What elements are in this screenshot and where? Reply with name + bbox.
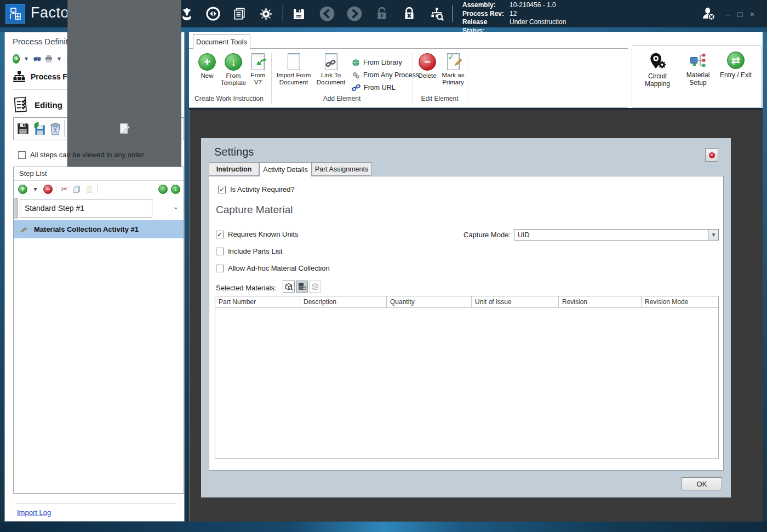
add-step-dropdown-icon[interactable]: ▾ bbox=[31, 185, 40, 194]
material-setup-icon bbox=[689, 52, 707, 69]
allow-adhoc-checkbox[interactable] bbox=[216, 265, 224, 272]
globe-icon bbox=[352, 59, 360, 67]
document-icon bbox=[288, 53, 300, 70]
from-library-button[interactable]: From Library bbox=[352, 56, 402, 68]
search-materials-button[interactable] bbox=[283, 281, 295, 293]
requires-known-units-checkbox[interactable] bbox=[216, 231, 224, 238]
cut-icon[interactable]: ✂ bbox=[60, 185, 69, 194]
column-header[interactable]: Unit of Issue bbox=[472, 296, 559, 307]
import-from-document-button[interactable]: Import From Document bbox=[275, 53, 312, 86]
add-step-icon[interactable]: + bbox=[18, 185, 27, 194]
divider bbox=[56, 185, 56, 193]
minimize-button[interactable]: – bbox=[722, 8, 734, 20]
material-setup-button[interactable]: Material Setup bbox=[682, 52, 714, 87]
process-search-button[interactable] bbox=[425, 2, 448, 25]
move-up-icon[interactable]: ↑ bbox=[158, 185, 168, 194]
group-label: Add Element bbox=[271, 95, 413, 102]
delete-element-button[interactable]: − Delete bbox=[415, 53, 440, 79]
dialog-close-button[interactable]: ✕ bbox=[705, 148, 718, 162]
entry-exit-icon: ⇄ bbox=[727, 52, 745, 69]
add-materials-from-database-button[interactable] bbox=[296, 281, 308, 293]
print-dropdown-icon[interactable]: ▾ bbox=[56, 54, 63, 64]
ok-button[interactable]: OK bbox=[682, 477, 722, 490]
chevron-down-icon[interactable]: ▼ bbox=[708, 230, 718, 240]
entry-exit-button[interactable]: ⇄ Entry / Exit bbox=[716, 52, 756, 79]
move-down-icon[interactable]: ↓ bbox=[171, 185, 180, 194]
reports-button[interactable] bbox=[228, 2, 251, 25]
settings-gear-button[interactable] bbox=[254, 2, 277, 25]
close-icon: ✕ bbox=[708, 151, 716, 159]
step-row[interactable]: Standard Step #1 › bbox=[14, 198, 184, 219]
drag-handle[interactable] bbox=[14, 198, 18, 219]
is-activity-required-label: Is Activity Required? bbox=[230, 185, 295, 193]
editing-checklist-icon bbox=[14, 96, 29, 113]
capture-mode-select[interactable]: UID ▼ bbox=[514, 229, 719, 241]
url-link-icon bbox=[352, 83, 360, 92]
ribbon-right-panel: Circuit Mapping Material Setup ⇄ Entry /… bbox=[632, 45, 762, 108]
activity-row-selected[interactable]: Materials Collection Activity #1 bbox=[14, 220, 184, 238]
from-any-process-button[interactable]: From Any Process bbox=[352, 69, 419, 81]
document-arrow-icon bbox=[251, 53, 265, 70]
step-name-field[interactable]: Standard Step #1 bbox=[20, 199, 152, 218]
logout-user-button[interactable] bbox=[697, 2, 720, 25]
tab-activity-details[interactable]: Activity Details bbox=[259, 162, 312, 176]
circuit-mapping-icon bbox=[648, 52, 667, 70]
ribbon-body: + New ↓ From Template From V7 Create Wor… bbox=[189, 48, 628, 108]
unlock-button bbox=[370, 2, 393, 25]
materials-grid-header: Part Number Description Quantity Unit of… bbox=[215, 296, 718, 308]
titlebar-separator bbox=[453, 5, 453, 22]
app-logo-icon bbox=[5, 4, 25, 24]
assembly-info: Assembly:10-210456 - 1.0 Process Rev:12 … bbox=[462, 1, 566, 35]
include-parts-list-row[interactable]: Include Parts List bbox=[216, 247, 283, 255]
column-header[interactable]: Part Number bbox=[215, 296, 300, 307]
copy-icon[interactable] bbox=[72, 185, 82, 194]
include-parts-list-checkbox[interactable] bbox=[216, 248, 224, 255]
close-window-button[interactable]: × bbox=[746, 8, 758, 20]
add-icon[interactable]: + bbox=[13, 54, 20, 64]
any-order-checkbox[interactable] bbox=[18, 151, 26, 159]
import-log-link[interactable]: Import Log bbox=[17, 508, 51, 517]
assembly-value: 10-210456 - 1.0 bbox=[510, 1, 556, 10]
any-order-checkbox-row[interactable]: All steps can be viewed in any order bbox=[18, 151, 144, 159]
step-list-panel: Step List + ▾ − ✂ ↑ ↓ Standard Step #1 ›… bbox=[13, 167, 184, 494]
download-icon: ↓ bbox=[225, 53, 242, 71]
collapse-step-icon[interactable]: › bbox=[173, 207, 181, 210]
capture-material-heading: Capture Material bbox=[216, 204, 293, 216]
add-dropdown-icon[interactable]: ▾ bbox=[22, 54, 30, 64]
from-template-button[interactable]: ↓ From Template bbox=[220, 53, 247, 87]
find-icon[interactable] bbox=[33, 54, 42, 64]
activity-details-panel: Is Activity Required? Capture Material R… bbox=[209, 176, 724, 471]
print-icon[interactable] bbox=[44, 54, 53, 64]
is-activity-required-checkbox[interactable] bbox=[218, 186, 226, 193]
sync-button[interactable] bbox=[202, 2, 225, 25]
from-v7-button[interactable]: From V7 bbox=[247, 53, 269, 86]
column-header[interactable]: Quantity bbox=[387, 296, 472, 307]
remove-step-icon[interactable]: − bbox=[43, 185, 53, 194]
requires-known-units-row[interactable]: Requires Known Units bbox=[216, 230, 299, 238]
lock-revision-button[interactable] bbox=[398, 2, 421, 25]
new-instruction-button[interactable]: + New bbox=[194, 53, 220, 79]
new-plus-icon: + bbox=[198, 53, 216, 71]
mark-as-primary-button[interactable]: ✓ Mark as Primary bbox=[440, 53, 466, 86]
group-label: Edit Element bbox=[413, 95, 467, 102]
column-header[interactable]: Description bbox=[300, 296, 387, 307]
tab-instruction[interactable]: Instruction bbox=[209, 162, 259, 176]
step-list-toolbar: + ▾ − ✂ ↑ ↓ bbox=[18, 183, 180, 195]
column-header[interactable]: Revision Mode bbox=[642, 296, 718, 307]
link-to-document-button[interactable]: Link To Document bbox=[314, 53, 348, 86]
tab-part-assignments[interactable]: Part Assignments bbox=[312, 162, 371, 176]
maximize-button[interactable]: □ bbox=[734, 8, 746, 20]
is-activity-required-row[interactable]: Is Activity Required? bbox=[218, 185, 295, 193]
from-url-button[interactable]: From URL bbox=[352, 82, 396, 94]
save-step-icon[interactable] bbox=[16, 119, 30, 138]
import-step-icon[interactable] bbox=[32, 119, 47, 138]
column-header[interactable]: Revision bbox=[559, 296, 642, 307]
materials-grid: Part Number Description Quantity Unit of… bbox=[215, 296, 719, 459]
delete-step-icon[interactable] bbox=[49, 119, 62, 138]
tab-document-tools[interactable]: Document Tools bbox=[193, 34, 250, 49]
group-label: Create Work Instruction bbox=[189, 95, 269, 102]
save-button[interactable] bbox=[287, 2, 310, 25]
allow-adhoc-row[interactable]: Allow Ad-hoc Material Collection bbox=[216, 264, 330, 272]
divider bbox=[98, 185, 98, 193]
circuit-mapping-button[interactable]: Circuit Mapping bbox=[640, 52, 675, 88]
